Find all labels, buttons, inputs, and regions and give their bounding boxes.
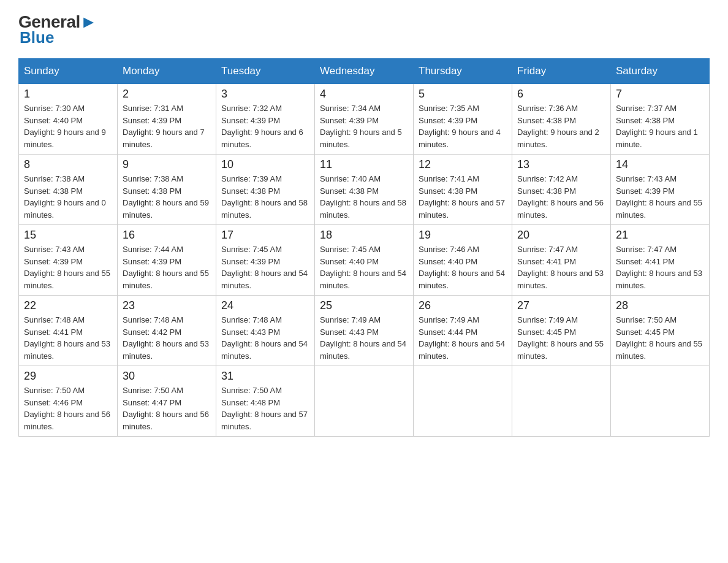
calendar-cell: 8 Sunrise: 7:38 AM Sunset: 4:38 PM Dayli…: [19, 155, 118, 225]
day-info: Sunrise: 7:48 AM Sunset: 4:43 PM Dayligh…: [221, 314, 309, 362]
day-info: Sunrise: 7:49 AM Sunset: 4:45 PM Dayligh…: [517, 314, 605, 362]
calendar-header-row: SundayMondayTuesdayWednesdayThursdayFrid…: [19, 59, 710, 84]
day-number: 14: [616, 158, 704, 171]
day-number: 20: [517, 229, 605, 242]
calendar-cell: [611, 366, 710, 437]
day-info: Sunrise: 7:45 AM Sunset: 4:39 PM Dayligh…: [221, 243, 309, 291]
calendar-cell: 27 Sunrise: 7:49 AM Sunset: 4:45 PM Dayl…: [512, 296, 611, 366]
day-number: 18: [320, 229, 408, 242]
day-info: Sunrise: 7:35 AM Sunset: 4:39 PM Dayligh…: [419, 102, 507, 150]
calendar-cell: 23 Sunrise: 7:48 AM Sunset: 4:42 PM Dayl…: [118, 296, 216, 366]
day-number: 19: [419, 229, 507, 242]
calendar-cell: 4 Sunrise: 7:34 AM Sunset: 4:39 PM Dayli…: [315, 84, 414, 155]
calendar-cell: 16 Sunrise: 7:44 AM Sunset: 4:39 PM Dayl…: [118, 225, 216, 296]
calendar-cell: [414, 366, 512, 437]
day-number: 12: [419, 158, 507, 171]
day-info: Sunrise: 7:48 AM Sunset: 4:42 PM Dayligh…: [123, 314, 211, 362]
day-info: Sunrise: 7:38 AM Sunset: 4:38 PM Dayligh…: [123, 173, 211, 221]
day-info: Sunrise: 7:45 AM Sunset: 4:40 PM Dayligh…: [320, 243, 408, 291]
day-of-week-header: Saturday: [611, 59, 710, 84]
day-info: Sunrise: 7:49 AM Sunset: 4:43 PM Dayligh…: [320, 314, 408, 362]
calendar-cell: 12 Sunrise: 7:41 AM Sunset: 4:38 PM Dayl…: [414, 155, 512, 225]
day-of-week-header: Monday: [118, 59, 216, 84]
calendar-cell: 2 Sunrise: 7:31 AM Sunset: 4:39 PM Dayli…: [118, 84, 216, 155]
day-info: Sunrise: 7:44 AM Sunset: 4:39 PM Dayligh…: [123, 243, 211, 291]
calendar-table: SundayMondayTuesdayWednesdayThursdayFrid…: [18, 58, 710, 437]
day-info: Sunrise: 7:42 AM Sunset: 4:38 PM Dayligh…: [517, 173, 605, 221]
day-info: Sunrise: 7:34 AM Sunset: 4:39 PM Dayligh…: [320, 102, 408, 150]
calendar-cell: 5 Sunrise: 7:35 AM Sunset: 4:39 PM Dayli…: [414, 84, 512, 155]
calendar-cell: 20 Sunrise: 7:47 AM Sunset: 4:41 PM Dayl…: [512, 225, 611, 296]
day-info: Sunrise: 7:47 AM Sunset: 4:41 PM Dayligh…: [616, 243, 704, 291]
calendar-cell: [315, 366, 414, 437]
calendar-cell: 28 Sunrise: 7:50 AM Sunset: 4:45 PM Dayl…: [611, 296, 710, 366]
day-number: 27: [517, 299, 605, 312]
day-number: 30: [123, 370, 211, 383]
calendar-cell: 19 Sunrise: 7:46 AM Sunset: 4:40 PM Dayl…: [414, 225, 512, 296]
day-info: Sunrise: 7:49 AM Sunset: 4:44 PM Dayligh…: [419, 314, 507, 362]
day-info: Sunrise: 7:30 AM Sunset: 4:40 PM Dayligh…: [24, 102, 112, 150]
day-number: 11: [320, 158, 408, 171]
day-of-week-header: Sunday: [19, 59, 118, 84]
calendar-week-row: 22 Sunrise: 7:48 AM Sunset: 4:41 PM Dayl…: [19, 296, 710, 366]
calendar-cell: 6 Sunrise: 7:36 AM Sunset: 4:38 PM Dayli…: [512, 84, 611, 155]
day-number: 25: [320, 299, 408, 312]
day-number: 21: [616, 229, 704, 242]
logo: General► Blue: [18, 12, 97, 47]
day-info: Sunrise: 7:50 AM Sunset: 4:46 PM Dayligh…: [24, 385, 112, 432]
day-number: 22: [24, 299, 112, 312]
calendar-cell: 22 Sunrise: 7:48 AM Sunset: 4:41 PM Dayl…: [19, 296, 118, 366]
day-number: 9: [123, 158, 211, 171]
day-number: 23: [123, 299, 211, 312]
day-info: Sunrise: 7:46 AM Sunset: 4:40 PM Dayligh…: [419, 243, 507, 291]
day-number: 15: [24, 229, 112, 242]
day-number: 2: [123, 88, 211, 101]
day-number: 1: [24, 88, 112, 101]
calendar-cell: 26 Sunrise: 7:49 AM Sunset: 4:44 PM Dayl…: [414, 296, 512, 366]
day-number: 7: [616, 88, 704, 101]
day-info: Sunrise: 7:38 AM Sunset: 4:38 PM Dayligh…: [24, 173, 112, 221]
day-number: 10: [221, 158, 309, 171]
day-number: 26: [419, 299, 507, 312]
calendar-cell: 21 Sunrise: 7:47 AM Sunset: 4:41 PM Dayl…: [611, 225, 710, 296]
calendar-cell: 11 Sunrise: 7:40 AM Sunset: 4:38 PM Dayl…: [315, 155, 414, 225]
day-of-week-header: Tuesday: [216, 59, 315, 84]
day-number: 16: [123, 229, 211, 242]
day-info: Sunrise: 7:32 AM Sunset: 4:39 PM Dayligh…: [221, 102, 309, 150]
calendar-week-row: 8 Sunrise: 7:38 AM Sunset: 4:38 PM Dayli…: [19, 155, 710, 225]
calendar-week-row: 15 Sunrise: 7:43 AM Sunset: 4:39 PM Dayl…: [19, 225, 710, 296]
day-info: Sunrise: 7:50 AM Sunset: 4:48 PM Dayligh…: [221, 385, 309, 432]
day-number: 3: [221, 88, 309, 101]
day-info: Sunrise: 7:47 AM Sunset: 4:41 PM Dayligh…: [517, 243, 605, 291]
day-info: Sunrise: 7:43 AM Sunset: 4:39 PM Dayligh…: [616, 173, 704, 221]
day-number: 17: [221, 229, 309, 242]
calendar-cell: 25 Sunrise: 7:49 AM Sunset: 4:43 PM Dayl…: [315, 296, 414, 366]
day-number: 29: [24, 370, 112, 383]
logo-blue-text: Blue: [20, 28, 54, 47]
calendar-cell: 7 Sunrise: 7:37 AM Sunset: 4:38 PM Dayli…: [611, 84, 710, 155]
day-number: 24: [221, 299, 309, 312]
calendar-cell: 18 Sunrise: 7:45 AM Sunset: 4:40 PM Dayl…: [315, 225, 414, 296]
day-of-week-header: Wednesday: [315, 59, 414, 84]
day-number: 31: [221, 370, 309, 383]
day-number: 13: [517, 158, 605, 171]
page-header: General► Blue: [18, 12, 710, 47]
calendar-cell: 15 Sunrise: 7:43 AM Sunset: 4:39 PM Dayl…: [19, 225, 118, 296]
calendar-cell: 10 Sunrise: 7:39 AM Sunset: 4:38 PM Dayl…: [216, 155, 315, 225]
calendar-cell: 14 Sunrise: 7:43 AM Sunset: 4:39 PM Dayl…: [611, 155, 710, 225]
day-info: Sunrise: 7:40 AM Sunset: 4:38 PM Dayligh…: [320, 173, 408, 221]
day-of-week-header: Friday: [512, 59, 611, 84]
calendar-cell: 30 Sunrise: 7:50 AM Sunset: 4:47 PM Dayl…: [118, 366, 216, 437]
day-number: 4: [320, 88, 408, 101]
calendar-cell: 1 Sunrise: 7:30 AM Sunset: 4:40 PM Dayli…: [19, 84, 118, 155]
calendar-cell: 13 Sunrise: 7:42 AM Sunset: 4:38 PM Dayl…: [512, 155, 611, 225]
calendar-cell: 31 Sunrise: 7:50 AM Sunset: 4:48 PM Dayl…: [216, 366, 315, 437]
calendar-cell: 24 Sunrise: 7:48 AM Sunset: 4:43 PM Dayl…: [216, 296, 315, 366]
day-info: Sunrise: 7:36 AM Sunset: 4:38 PM Dayligh…: [517, 102, 605, 150]
calendar-week-row: 29 Sunrise: 7:50 AM Sunset: 4:46 PM Dayl…: [19, 366, 710, 437]
day-number: 8: [24, 158, 112, 171]
calendar-cell: 17 Sunrise: 7:45 AM Sunset: 4:39 PM Dayl…: [216, 225, 315, 296]
day-info: Sunrise: 7:39 AM Sunset: 4:38 PM Dayligh…: [221, 173, 309, 221]
day-info: Sunrise: 7:43 AM Sunset: 4:39 PM Dayligh…: [24, 243, 112, 291]
day-info: Sunrise: 7:37 AM Sunset: 4:38 PM Dayligh…: [616, 102, 704, 150]
